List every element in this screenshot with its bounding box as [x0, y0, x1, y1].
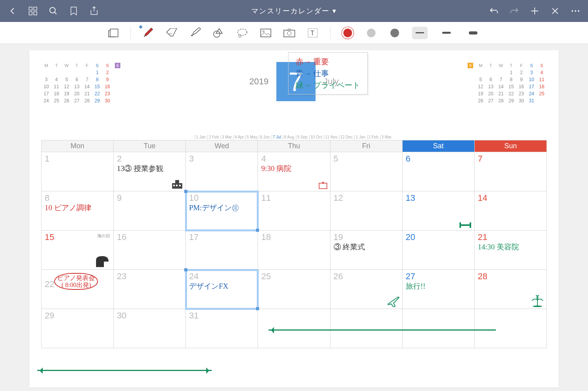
day-cell[interactable]: 1	[42, 152, 114, 191]
legend-green: 緑→ プライベート	[296, 79, 360, 91]
pen-tool-icon[interactable]: ✱	[142, 27, 154, 39]
svg-rect-26	[461, 224, 470, 226]
day-cell[interactable]: 18	[258, 231, 330, 270]
day-cell[interactable]: 2114:30 美容院	[474, 231, 546, 270]
day-cell[interactable]: 26	[330, 270, 402, 309]
image-tool-icon[interactable]	[260, 27, 272, 39]
day-cell[interactable]: 28	[474, 270, 546, 309]
svg-rect-2	[29, 12, 32, 15]
day-cell[interactable]: 19③ 終業式	[330, 231, 402, 270]
day-cell[interactable]: 11	[258, 191, 330, 231]
day-cell[interactable]: 810 ピアノ調律	[42, 191, 114, 231]
svg-point-11	[239, 35, 241, 37]
year-label: 2019	[249, 76, 269, 87]
svg-rect-25	[470, 222, 471, 228]
svg-point-15	[287, 31, 291, 35]
color-red[interactable]	[341, 27, 354, 39]
svg-rect-0	[29, 7, 32, 10]
svg-rect-24	[459, 222, 461, 228]
svg-rect-12	[261, 29, 271, 37]
undo-icon[interactable]	[489, 6, 499, 16]
svg-rect-1	[34, 7, 37, 10]
color-gray-light[interactable]	[365, 27, 377, 39]
day-cell[interactable]: 6	[402, 152, 474, 191]
plus-icon[interactable]	[530, 6, 539, 16]
svg-point-27	[533, 306, 542, 307]
camera-tool-icon[interactable]	[283, 27, 296, 39]
thickness-1[interactable]	[412, 27, 428, 39]
svg-rect-20	[173, 185, 175, 186]
page-title[interactable]: マンスリーカレンダー ▾	[99, 6, 489, 16]
svg-rect-19	[175, 180, 179, 183]
shapes-tool-icon[interactable]	[212, 27, 225, 39]
svg-text:T: T	[310, 30, 314, 36]
day-cell[interactable]: 12	[330, 191, 402, 231]
more-icon[interactable]	[571, 6, 580, 16]
svg-point-5	[572, 10, 573, 12]
divider	[330, 27, 330, 39]
svg-rect-8	[110, 29, 118, 37]
day-cell[interactable]: 17	[186, 231, 258, 270]
mini-calendar-prev[interactable]: MTWTFSS612345678910111213141516171819202…	[41, 62, 123, 104]
color-legend: 赤→ 重要 青→ 仕事 緑→ プライベート	[288, 52, 368, 95]
day-cell[interactable]: 10PM:デザイン㊟	[186, 191, 258, 231]
redo-icon[interactable]	[510, 6, 519, 16]
day-cell[interactable]: 13	[402, 191, 474, 231]
day-cell[interactable]: 213③ 授業参観	[114, 152, 186, 191]
day-cell[interactable]: 5	[330, 152, 402, 191]
day-cell[interactable]	[330, 309, 402, 348]
day-cell[interactable]: 27旅行!!	[402, 270, 474, 309]
main-calendar[interactable]: MonTueWedThuFriSatSun 1213③ 授業参観349:30 病…	[41, 140, 547, 348]
day-cell[interactable]: 9	[114, 191, 186, 231]
day-cell[interactable]: 7	[474, 152, 546, 191]
grid-icon[interactable]	[28, 6, 38, 16]
day-cell[interactable]	[474, 309, 546, 348]
svg-rect-23	[319, 183, 327, 189]
day-cell[interactable]: 30	[114, 309, 186, 348]
month-strip[interactable]: 1 Jan.2 Feb.3 Mar.4 Apr.5 May.6 Jun.7 Ju…	[41, 135, 547, 139]
day-cell[interactable]: 15海の日	[42, 231, 114, 270]
calendar-page: MTWTFSS612345678910111213141516171819202…	[29, 50, 559, 387]
trip-arrow-2	[37, 370, 212, 371]
trip-arrow-1	[269, 329, 496, 331]
svg-point-10	[238, 29, 247, 35]
svg-point-7	[578, 10, 579, 12]
day-cell[interactable]: 24デザインFX	[186, 270, 258, 309]
svg-rect-3	[34, 12, 37, 15]
day-cell[interactable]: 29	[42, 309, 114, 348]
day-cell[interactable]: 16	[114, 231, 186, 270]
legend-red: 赤→ 重要	[296, 56, 360, 67]
day-cell[interactable]	[402, 309, 474, 348]
close-icon[interactable]	[550, 6, 560, 16]
color-gray-dark[interactable]	[388, 27, 401, 39]
lasso-tool-icon[interactable]	[236, 27, 249, 39]
search-icon[interactable]	[49, 6, 58, 16]
day-cell[interactable]: 20	[402, 231, 474, 270]
mini-calendar-next[interactable]: 8MTWTFSS12345678910111213141516171819202…	[465, 62, 547, 104]
svg-point-6	[575, 10, 576, 12]
topbar-right	[489, 6, 580, 16]
day-cell[interactable]: 31	[186, 309, 258, 348]
svg-rect-21	[176, 185, 178, 186]
day-cell[interactable]: 3	[186, 152, 258, 191]
topbar-left	[8, 6, 99, 16]
topbar: マンスリーカレンダー ▾	[0, 0, 588, 22]
svg-point-13	[263, 31, 264, 32]
thickness-2[interactable]	[439, 27, 454, 39]
highlighter-tool-icon[interactable]	[189, 27, 201, 39]
divider	[131, 27, 131, 39]
day-cell[interactable]: 22ピアノ発表会( 8:00出発)	[42, 270, 114, 309]
thickness-3[interactable]	[465, 27, 481, 39]
svg-rect-22	[179, 185, 181, 186]
day-cell[interactable]: 23	[114, 270, 186, 309]
share-icon[interactable]	[89, 6, 99, 16]
text-tool-icon[interactable]: T	[307, 27, 319, 39]
day-cell[interactable]: 25	[258, 270, 330, 309]
toolbar: ✱ T	[0, 22, 588, 44]
bookmark-icon[interactable]	[69, 6, 78, 16]
page-tool-icon[interactable]	[107, 27, 120, 39]
back-icon[interactable]	[8, 6, 17, 16]
day-cell[interactable]: 49:30 病院	[258, 152, 330, 191]
day-cell[interactable]: 14	[474, 191, 546, 231]
eraser-tool-icon[interactable]	[165, 27, 178, 39]
